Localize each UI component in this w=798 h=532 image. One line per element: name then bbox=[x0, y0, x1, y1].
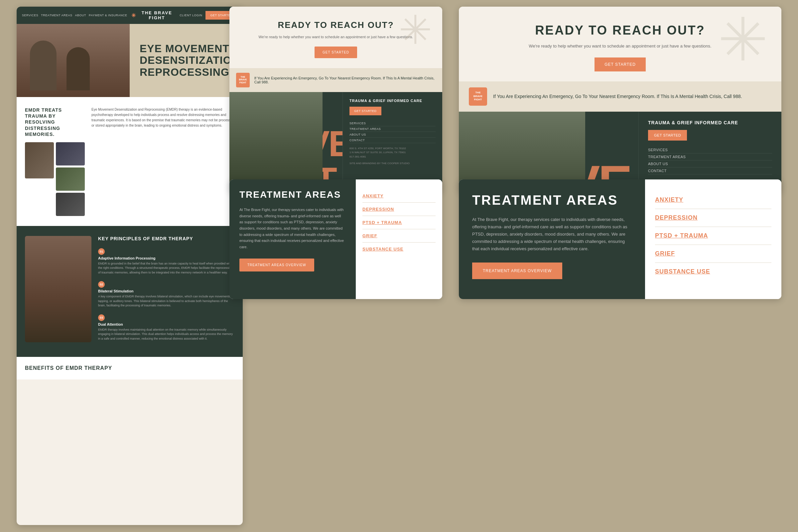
treatment-nav-anxiety[interactable]: ANXIETY bbox=[363, 189, 435, 203]
footer-right: TRAUMA & GRIEF INFORMED CARE GET STARTED… bbox=[342, 92, 442, 185]
treats-section: EMDR TREATS TRAUMA BY RESOLVING DISTRESS… bbox=[17, 97, 243, 226]
treatment-large-right: ANXIETY DEPRESSION PTSD + TRAUMA GRIEF S… bbox=[645, 179, 781, 299]
footer-nav-treatment[interactable]: TREATMENT AREAS bbox=[350, 126, 435, 132]
treatment-large-panel: TREATMENT AREAS At The Brave Fight, our … bbox=[459, 179, 781, 299]
treatment-title: TREATMENT AREAS bbox=[239, 189, 346, 200]
principles-section: KEY PRINCIPLES OF EMDR THERAPY 01 Adapti… bbox=[17, 226, 243, 357]
reach-out-large-desc: We're ready to help whether you want to … bbox=[485, 43, 755, 50]
principles-content: KEY PRINCIPLES OF EMDR THERAPY 01 Adapti… bbox=[98, 236, 235, 347]
emergency-text: If You Are Experiencing An Emergency, Go… bbox=[254, 76, 435, 84]
far-right-panel: ✳ READY TO REACH OUT? We're ready to hel… bbox=[459, 7, 781, 193]
treats-image-2 bbox=[56, 142, 85, 166]
footer-large-nav-treatment[interactable]: TREATMENT AREAS bbox=[648, 153, 772, 160]
footer-large-nav-contact[interactable]: CONTACT bbox=[648, 168, 772, 174]
principle-3-num: 03 bbox=[98, 315, 105, 321]
reach-out-bg-icon: ✳ bbox=[399, 10, 432, 50]
treatment-large-nav-ptsd[interactable]: PTSD + TRAUMA bbox=[655, 227, 772, 245]
benefits-section: BENEFITS OF EMDR THERAPY bbox=[17, 357, 243, 379]
client-login-link[interactable]: CLIENT LOGIN bbox=[180, 14, 202, 17]
nav-payment[interactable]: PAYMENT & INSURANCE bbox=[89, 14, 127, 17]
site-name: THE BRAVE FIGHT bbox=[138, 10, 176, 20]
footer-address-line2: 1 N WALNUT ST SUITE 30, LUFKIN, TX 75901 bbox=[350, 151, 435, 155]
treats-image-3 bbox=[56, 168, 85, 191]
treatment-nav-ptsd[interactable]: PTSD + TRAUMA bbox=[363, 216, 435, 229]
footer-nav-about[interactable]: ABOUT US bbox=[350, 132, 435, 137]
footer-trauma-title: TRAUMA & GRIEF INFORMED CARE bbox=[350, 99, 435, 103]
nav-about[interactable]: ABOUT bbox=[75, 14, 87, 17]
footer-nav-contact[interactable]: CONTACT bbox=[350, 137, 435, 143]
footer-nav-services[interactable]: SERVICES bbox=[350, 121, 435, 126]
footer-soldier-image bbox=[229, 92, 322, 185]
footer-large-nav-about[interactable]: ABOUT US bbox=[648, 160, 772, 168]
emergency-banner-large: THEBRAVEFIGHT If You Are Experiencing An… bbox=[459, 81, 781, 112]
nav-services[interactable]: SERVICES bbox=[22, 14, 38, 17]
footer-large-nav-services[interactable]: SERVICES bbox=[648, 147, 772, 153]
treatment-large-nav-depression[interactable]: DEPRESSION bbox=[655, 209, 772, 227]
nav-links: SERVICES TREATMENT AREAS ABOUT PAYMENT &… bbox=[22, 14, 127, 17]
footer-address: 600 S. 4TH ST #250, FORT WORTH, TX 76102… bbox=[350, 147, 435, 159]
treatment-panel: TREATMENT AREAS At The Brave Fight, our … bbox=[229, 179, 442, 299]
reach-out-section: ✳ READY TO REACH OUT? We're ready to hel… bbox=[229, 7, 442, 68]
footer-phone: 817-381-4081 bbox=[350, 155, 435, 159]
emergency-logo-large: THEBRAVEFIGHT bbox=[469, 88, 487, 106]
navigation: SERVICES TREATMENT AREAS ABOUT PAYMENT &… bbox=[17, 7, 243, 24]
treatment-desc: At The Brave Fight, our therapy services… bbox=[239, 207, 346, 250]
treats-images bbox=[25, 142, 85, 216]
emergency-logo: THEBRAVEFIGHT bbox=[236, 73, 250, 88]
treatment-nav-depression[interactable]: DEPRESSION bbox=[363, 203, 435, 216]
reach-out-large-button[interactable]: GET STARTED bbox=[594, 57, 646, 72]
principle-2-title: Bilateral Stimulation bbox=[98, 289, 235, 293]
left-panel: SERVICES TREATMENT AREAS ABOUT PAYMENT &… bbox=[17, 7, 243, 525]
footer-get-started-large-button[interactable]: GET STARTED bbox=[648, 130, 687, 140]
reach-out-button[interactable]: GET STARTED bbox=[315, 46, 357, 58]
principles-image-area bbox=[25, 236, 91, 347]
woman-image bbox=[25, 236, 91, 342]
center-panel: ✳ READY TO REACH OUT? We're ready to hel… bbox=[229, 7, 442, 193]
treatment-left: TREATMENT AREAS At The Brave Fight, our … bbox=[229, 179, 356, 299]
treatment-right: ANXIETY DEPRESSION PTSD + TRAUMA GRIEF S… bbox=[356, 179, 442, 299]
treatment-large-title: TREATMENT AREAS bbox=[472, 193, 632, 208]
benefits-title: BENEFITS OF EMDR THERAPY bbox=[25, 365, 235, 371]
treatment-large-nav-substance[interactable]: SUBSTANCE USE bbox=[655, 263, 772, 281]
reach-out-large-title: READY TO REACH OUT? bbox=[485, 23, 755, 38]
emergency-banner: THEBRAVEFIGHT If You Are Experiencing An… bbox=[229, 68, 442, 92]
principles-title: KEY PRINCIPLES OF EMDR THERAPY bbox=[98, 236, 235, 241]
treats-left: EMDR TREATS TRAUMA BY RESOLVING DISTRESS… bbox=[25, 107, 85, 216]
treats-title: EMDR TREATS TRAUMA BY RESOLVING DISTRESS… bbox=[25, 107, 85, 137]
footer-trauma-title-large: TRAUMA & GRIEF INFORMED CARE bbox=[648, 120, 772, 125]
hero-title: EYE MOVEMENT DESENSITIZATION REPROCESSIN… bbox=[140, 43, 240, 78]
footer-panel: THEBRAVEFIGHT TRAUMA & GRIEF INFORMED CA… bbox=[229, 92, 442, 185]
treatment-nav-grief[interactable]: GRIEF bbox=[363, 229, 435, 243]
principle-2-desc: A key component of EMDR therapy involves… bbox=[98, 294, 235, 308]
emergency-text-large: If You Are Experiencing An Emergency, Go… bbox=[493, 94, 742, 99]
hero-image bbox=[17, 24, 130, 97]
treatment-nav-substance[interactable]: SUBSTANCE USE bbox=[363, 243, 435, 255]
treatment-button[interactable]: TREATMENT AREAS OVERVIEW bbox=[239, 259, 314, 271]
principle-3-desc: EMDR therapy involves maintaining dual a… bbox=[98, 328, 235, 341]
principle-1-desc: EMDR is grounded in the belief that the … bbox=[98, 262, 235, 275]
emergency-logo-text: THEBRAVEFIGHT bbox=[239, 76, 247, 84]
footer-get-started-button[interactable]: GET STARTED bbox=[350, 107, 382, 115]
nav-right: CLIENT LOGIN GET STARTED bbox=[180, 11, 237, 20]
treats-image-1 bbox=[25, 142, 54, 178]
reach-out-large-bg-icon: ✳ bbox=[718, 10, 768, 70]
logo-icon: ✳ bbox=[131, 12, 136, 19]
principle-1: 01 Adaptive Information Processing EMDR … bbox=[98, 248, 235, 275]
treatment-large-nav-grief[interactable]: GRIEF bbox=[655, 245, 772, 263]
principle-1-title: Adaptive Information Processing bbox=[98, 256, 235, 260]
principle-1-num: 01 bbox=[98, 248, 105, 255]
treatment-large-desc: At The Brave Fight, our therapy services… bbox=[472, 216, 632, 252]
hero-section: EYE MOVEMENT DESENSITIZATION REPROCESSIN… bbox=[17, 24, 243, 97]
treatment-large-button[interactable]: TREATMENT AREAS OVERVIEW bbox=[472, 263, 562, 279]
nav-treatment-areas[interactable]: TREATMENT AREAS bbox=[41, 14, 72, 17]
hero-text-area: EYE MOVEMENT DESENSITIZATION REPROCESSIN… bbox=[130, 24, 243, 97]
footer-credit: SITE AND BRANDING BY THE COOPER STUDIO bbox=[350, 162, 435, 165]
principle-3: 03 Dual Attention EMDR therapy involves … bbox=[98, 314, 235, 341]
nav-logo: ✳ THE BRAVE FIGHT bbox=[131, 10, 176, 20]
treatment-large-left: TREATMENT AREAS At The Brave Fight, our … bbox=[459, 179, 645, 299]
treats-right: Eye Movement Desensitization and Reproce… bbox=[91, 107, 235, 216]
reach-out-large: ✳ READY TO REACH OUT? We're ready to hel… bbox=[459, 7, 781, 81]
principle-2: 02 Bilateral Stimulation A key component… bbox=[98, 281, 235, 308]
principle-2-num: 02 bbox=[98, 281, 105, 288]
treatment-large-nav-anxiety[interactable]: ANXIETY bbox=[655, 191, 772, 209]
